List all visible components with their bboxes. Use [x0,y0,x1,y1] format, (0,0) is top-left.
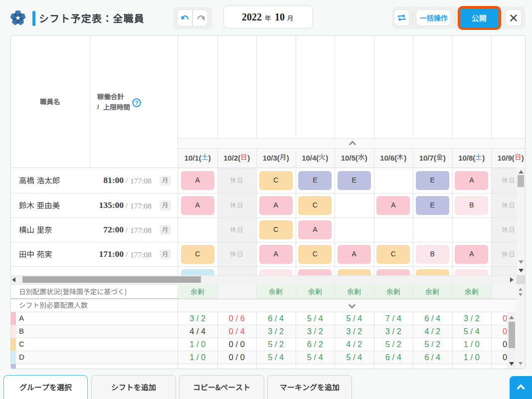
svg-text:?: ? [135,100,138,106]
